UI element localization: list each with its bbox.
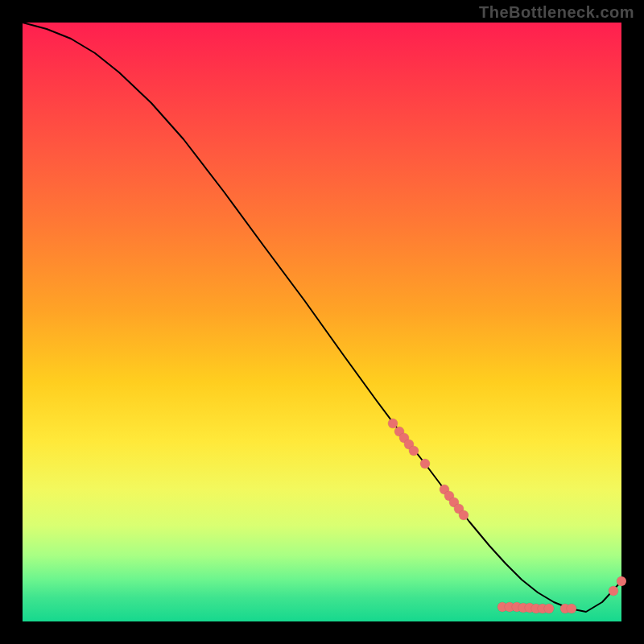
plot-area bbox=[23, 23, 621, 621]
data-marker bbox=[617, 576, 626, 586]
chart-frame: TheBottleneck.com bbox=[0, 0, 644, 644]
data-marker bbox=[409, 446, 419, 456]
data-marker bbox=[609, 586, 618, 596]
data-marker bbox=[567, 604, 576, 613]
data-marker bbox=[459, 510, 469, 520]
data-marker bbox=[544, 604, 554, 613]
data-marker bbox=[420, 459, 430, 469]
curve-path bbox=[23, 23, 621, 612]
bottleneck-curve bbox=[23, 23, 621, 621]
attribution-watermark: TheBottleneck.com bbox=[479, 3, 634, 22]
